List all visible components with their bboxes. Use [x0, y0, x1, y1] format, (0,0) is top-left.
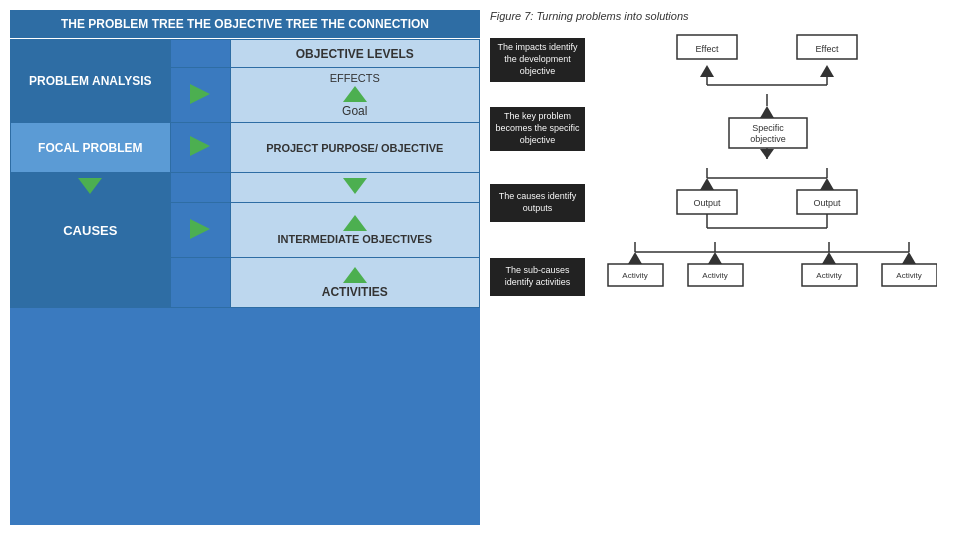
left-panel: THE PROBLEM TREE THE OBJECTIVE TREE THE …	[10, 10, 480, 525]
goal-cell: EFFECTS Goal	[230, 68, 479, 123]
right-panel: Figure 7: Turning problems into solution…	[490, 10, 950, 525]
arrow-spacer-dark	[11, 173, 171, 203]
svg-marker-19	[700, 178, 714, 190]
goal-label: Goal	[342, 104, 367, 118]
svg-text:objective: objective	[750, 134, 786, 144]
arrow-down-light	[343, 178, 367, 194]
problem-analysis-cell: PROBLEM ANALYSIS	[11, 40, 171, 123]
svg-marker-5	[820, 65, 834, 77]
svg-text:Activity: Activity	[896, 271, 921, 280]
svg-marker-15	[760, 149, 774, 159]
empty-dark-cell	[11, 258, 171, 308]
specific-svg: Specific objective	[667, 94, 877, 164]
desc-box-4: The sub-causes identify activities	[490, 258, 585, 296]
arrow-connector-1	[170, 68, 230, 123]
arrow-connector-3	[170, 203, 230, 258]
effect-svg: Effect Effect	[667, 30, 877, 90]
arrow-up-1	[343, 86, 367, 102]
objective-levels-header: OBJECTIVE LEVELS	[230, 40, 479, 68]
svg-text:Specific: Specific	[752, 123, 784, 133]
diagram-row-1: The impacts identify the development obj…	[490, 30, 950, 90]
diagram-content: The impacts identify the development obj…	[490, 30, 950, 312]
table-row-focal: FOCAL PROBLEM PROJECT PURPOSE/ OBJECTIVE	[11, 123, 480, 173]
connector-cell-1	[170, 40, 230, 68]
arrow-connector-2	[170, 123, 230, 173]
svg-marker-36	[902, 252, 916, 264]
desc-box-3: The causes identify outputs	[490, 184, 585, 222]
desc-box-1: The impacts identify the development obj…	[490, 38, 585, 81]
table-row-activities: ACTIVITIES	[11, 258, 480, 308]
svg-text:Output: Output	[693, 198, 721, 208]
arrow-up-2	[343, 215, 367, 231]
diagram-row-3: The causes identify outputs Output	[490, 168, 950, 238]
comparison-table: PROBLEM ANALYSIS OBJECTIVE LEVELS EFFECT…	[10, 39, 480, 308]
activity-svg: Activity Activity Activity Activity	[607, 242, 937, 312]
project-purpose-cell: PROJECT PURPOSE/ OBJECTIVE	[230, 123, 479, 173]
diagram-visual-3: Output Output	[593, 168, 950, 238]
diagram-visual-4: Activity Activity Activity Activity	[593, 242, 950, 312]
header-text: THE PROBLEM TREE THE OBJECTIVE TREE THE …	[61, 17, 429, 31]
svg-text:Effect: Effect	[815, 44, 838, 54]
table-row-arrow-spacer	[11, 173, 480, 203]
svg-marker-33	[628, 252, 642, 264]
svg-marker-35	[822, 252, 836, 264]
connector-activities	[170, 258, 230, 308]
svg-text:Activity: Activity	[816, 271, 841, 280]
svg-marker-20	[820, 178, 834, 190]
figure-title: Figure 7: Turning problems into solution…	[490, 10, 950, 22]
diagram-row-2: The key problem becomes the specific obj…	[490, 94, 950, 164]
svg-text:Output: Output	[813, 198, 841, 208]
diagram-row-4: The sub-causes identify activities	[490, 242, 950, 312]
effects-label: EFFECTS	[330, 72, 380, 84]
intermediate-label: INTERMEDIATE OBJECTIVES	[278, 233, 432, 245]
svg-marker-10	[760, 106, 774, 118]
svg-text:Activity: Activity	[622, 271, 647, 280]
svg-text:Effect: Effect	[695, 44, 718, 54]
main-header: THE PROBLEM TREE THE OBJECTIVE TREE THE …	[10, 10, 480, 39]
diagram-visual-1: Effect Effect	[593, 30, 950, 90]
intermediate-objectives-cell: INTERMEDIATE OBJECTIVES	[230, 203, 479, 258]
output-svg: Output Output	[667, 168, 877, 238]
arrow-up-3	[343, 267, 367, 283]
activities-cell: ACTIVITIES	[230, 258, 479, 308]
svg-text:Activity: Activity	[702, 271, 727, 280]
connector-spacer	[170, 173, 230, 203]
desc-box-2: The key problem becomes the specific obj…	[490, 107, 585, 150]
arrow-spacer-light	[230, 173, 479, 203]
table-row-problem-analysis: PROBLEM ANALYSIS OBJECTIVE LEVELS	[11, 40, 480, 68]
causes-cell: CAUSES	[11, 203, 171, 258]
arrow-down-dark	[78, 178, 102, 194]
focal-problem-cell: FOCAL PROBLEM	[11, 123, 171, 173]
table-row-causes: CAUSES INTERMEDIATE OBJECTIVES	[11, 203, 480, 258]
svg-marker-34	[708, 252, 722, 264]
diagram-visual-2: Specific objective	[593, 94, 950, 164]
svg-marker-4	[700, 65, 714, 77]
